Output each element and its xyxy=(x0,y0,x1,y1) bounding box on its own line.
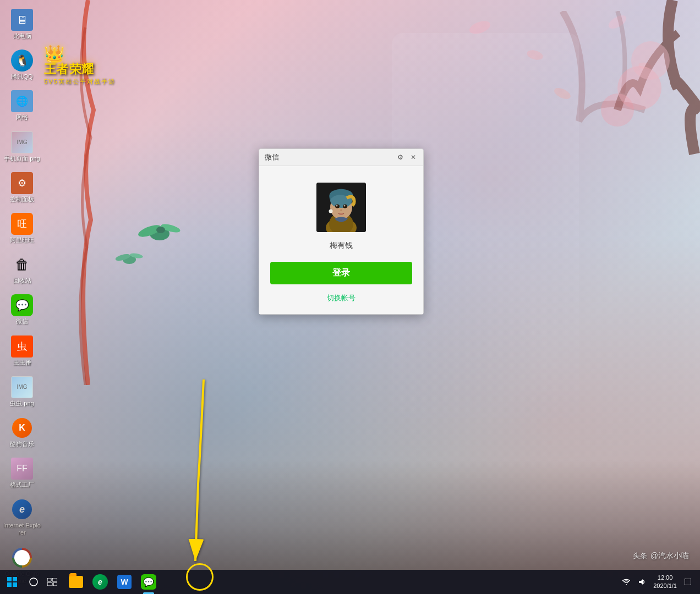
watermark-account: @汽水小喵 xyxy=(650,551,689,561)
desktop-icon-kugou[interactable]: K 酷狗音乐 xyxy=(1,414,43,451)
dialog-title: 微信 xyxy=(265,152,279,162)
desktop-icon-qq[interactable]: 🐧 腾讯QQ xyxy=(1,46,43,84)
desktop-icon-network[interactable]: 🌐 网络 xyxy=(1,87,43,124)
desktop-icon-kuai2-label: 虫虫.png xyxy=(10,400,34,407)
login-button[interactable]: 登录 xyxy=(270,262,412,284)
game-title: 荣耀 xyxy=(69,61,94,78)
switch-account-link[interactable]: 切换帐号 xyxy=(327,293,356,303)
desktop-icon-phone-screenshot[interactable]: IMG 手机页面.png xyxy=(1,128,43,166)
wifi-icon xyxy=(622,578,630,586)
blue-app-icon: W xyxy=(117,575,132,589)
taskbar-date: 2020/1/1 xyxy=(653,582,677,590)
wechat-login-dialog: 微信 ⚙ ✕ xyxy=(259,148,424,315)
desktop-icon-kugou-label: 酷狗音乐 xyxy=(10,441,34,448)
desktop-icon-recycle-bin[interactable]: 🗑 回收站 xyxy=(1,250,43,288)
desktop-icon-kuai1[interactable]: 虫 虫虫番 xyxy=(1,332,43,370)
svg-marker-39 xyxy=(639,579,643,585)
svg-rect-32 xyxy=(7,582,12,587)
svg-rect-35 xyxy=(47,578,51,581)
taskbar-apps-area: e W 💬 xyxy=(62,570,614,594)
start-button[interactable] xyxy=(0,570,24,594)
desktop-icon-kuai1-label: 虫虫番 xyxy=(13,359,31,366)
svg-point-23 xyxy=(336,205,338,207)
svg-point-7 xyxy=(631,41,670,80)
svg-point-24 xyxy=(344,205,346,207)
search-circle-icon xyxy=(29,578,38,586)
svg-rect-36 xyxy=(52,578,57,581)
taskbar: e W 💬 12 xyxy=(0,570,700,594)
svg-point-28 xyxy=(330,210,332,212)
svg-rect-38 xyxy=(53,582,57,586)
desktop-icon-control-panel-label: 控制面板 xyxy=(10,196,34,203)
svg-point-6 xyxy=(601,94,634,127)
task-view-icon xyxy=(47,578,57,586)
kugou-icon: K xyxy=(12,418,32,438)
ie-green-icon: e xyxy=(92,574,108,590)
svg-point-34 xyxy=(30,578,37,586)
windows-logo-icon xyxy=(7,577,17,587)
desktop-icon-kuai2[interactable]: IMG 虫虫.png xyxy=(1,373,43,410)
svg-point-11 xyxy=(156,227,165,233)
notification-icon xyxy=(685,579,691,585)
desktop-icon-this-pc-label: 此电脑 xyxy=(13,32,31,40)
desktop-icon-aliwangwang[interactable]: 旺 阿里旺旺 xyxy=(1,210,43,247)
taskbar-time: 12:00 xyxy=(653,574,677,582)
svg-rect-33 xyxy=(13,582,17,587)
svg-rect-40 xyxy=(685,579,691,585)
dialog-settings-button[interactable]: ⚙ xyxy=(396,153,404,162)
system-tray: 12:00 2020/1/1 xyxy=(614,570,700,594)
network-tray-icon[interactable] xyxy=(619,570,633,594)
user-avatar-container xyxy=(316,183,366,232)
taskbar-blue-app-button[interactable]: W xyxy=(112,570,136,594)
dialog-body: 梅有钱 登录 切换帐号 xyxy=(259,166,423,314)
dialog-controls: ⚙ ✕ xyxy=(396,153,418,162)
taskbar-wechat-button[interactable]: 💬 xyxy=(136,570,161,594)
dialog-titlebar: 微信 ⚙ ✕ xyxy=(259,149,423,166)
wechat-taskbar-icon: 💬 xyxy=(141,574,156,590)
taskbar-ie-green-button[interactable]: e xyxy=(88,570,112,594)
watermark: 头条 @汽水小喵 xyxy=(633,551,689,561)
clock-tray[interactable]: 12:00 2020/1/1 xyxy=(650,570,680,594)
desktop-icon-recycle-label: 回收站 xyxy=(13,277,31,284)
username-label: 梅有钱 xyxy=(330,241,353,251)
volume-icon xyxy=(638,578,646,586)
cortana-search-button[interactable] xyxy=(24,570,43,594)
desktop-icon-wechat-label: 微信 xyxy=(16,318,28,325)
volume-tray-icon[interactable] xyxy=(635,570,649,594)
svg-rect-31 xyxy=(13,577,17,581)
user-avatar xyxy=(316,183,366,232)
svg-rect-37 xyxy=(47,582,52,586)
arrow-annotation xyxy=(171,374,237,569)
svg-point-25 xyxy=(340,210,342,211)
desktop-icon-this-pc[interactable]: 🖥 此电脑 xyxy=(1,6,43,43)
desktop-icon-phone-label: 手机页面.png xyxy=(4,155,40,162)
game-banner: 👑 王者 荣耀 5V5英雄公平对战手游 xyxy=(39,44,160,86)
desktop-icon-control-panel[interactable]: ⚙ 控制面板 xyxy=(1,169,43,206)
desktop-icon-qq-label: 腾讯QQ xyxy=(11,73,32,80)
watermark-platform: 头条 xyxy=(633,551,647,561)
dialog-close-button[interactable]: ✕ xyxy=(409,153,418,162)
folder-icon xyxy=(69,576,83,588)
desktop-icon-wechat[interactable]: 💬 微信 xyxy=(1,291,43,328)
game-subtitle: 5V5英雄公平对战手游 xyxy=(44,78,116,86)
svg-point-26 xyxy=(339,213,343,215)
desktop-icon-aliwangwang-label: 阿里旺旺 xyxy=(10,237,34,244)
notification-tray-icon[interactable] xyxy=(681,570,694,594)
desktop-icon-network-label: 网络 xyxy=(16,114,28,121)
task-view-button[interactable] xyxy=(43,570,62,594)
taskbar-file-explorer-button[interactable] xyxy=(64,570,88,594)
svg-rect-30 xyxy=(7,577,12,581)
